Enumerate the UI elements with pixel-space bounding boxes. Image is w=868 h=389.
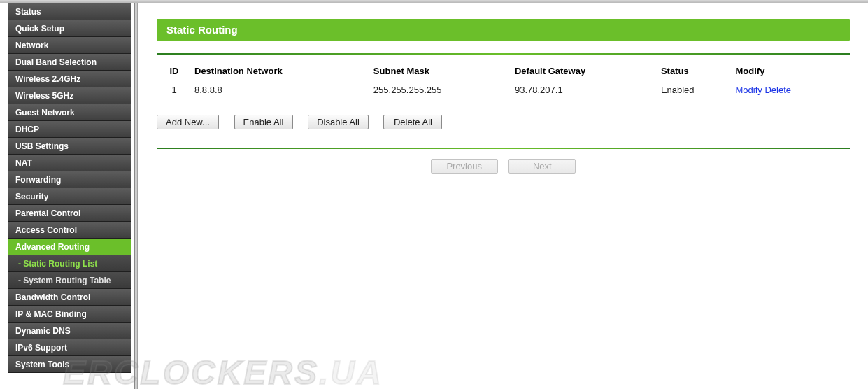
sidebar-item-16[interactable]: IP & MAC Binding — [8, 306, 131, 323]
col-default-gateway: Default Gateway — [512, 62, 658, 83]
sidebar-subitem-14-1[interactable]: - System Routing Table — [8, 272, 131, 289]
col-id: ID — [157, 62, 192, 83]
sidebar-item-12[interactable]: Parental Control — [8, 205, 131, 222]
sidebar-item-17[interactable]: Dynamic DNS — [8, 323, 131, 339]
content-pane: Static Routing ID Destination Network Su… — [138, 3, 868, 389]
cell-id: 1 — [157, 83, 192, 99]
sidebar-item-8[interactable]: USB Settings — [8, 138, 131, 155]
sidebar-item-19[interactable]: System Tools — [8, 356, 131, 373]
cell-destination: 8.8.8.8 — [192, 83, 371, 99]
sidebar-item-0[interactable]: Status — [8, 3, 131, 20]
pager: Previous Next — [157, 159, 850, 174]
sidebar-item-13[interactable]: Access Control — [8, 222, 131, 239]
col-modify: Modify — [733, 62, 851, 83]
table-row: 1 8.8.8.8 255.255.255.255 93.78.207.1 En… — [157, 83, 850, 99]
next-button[interactable]: Next — [508, 159, 576, 174]
cell-default-gateway: 93.78.207.1 — [512, 83, 658, 99]
sidebar-item-18[interactable]: IPv6 Support — [8, 339, 131, 356]
section-divider — [157, 148, 850, 149]
cell-status: Enabled — [658, 83, 733, 99]
col-destination: Destination Network — [192, 62, 371, 83]
sidebar-item-9[interactable]: NAT — [8, 155, 131, 171]
action-button-row: Add New... Enable All Disable All Delete… — [157, 115, 850, 129]
sidebar-item-11[interactable]: Security — [8, 188, 131, 205]
sidebar-item-2[interactable]: Network — [8, 37, 131, 54]
sidebar-item-5[interactable]: Wireless 5GHz — [8, 87, 131, 104]
col-status: Status — [658, 62, 733, 83]
sidebar-item-4[interactable]: Wireless 2.4GHz — [8, 71, 131, 87]
enable-all-button[interactable]: Enable All — [234, 115, 293, 129]
page-title: Static Routing — [157, 19, 850, 41]
sidebar-item-10[interactable]: Forwarding — [8, 171, 131, 188]
disable-all-button[interactable]: Disable All — [308, 115, 369, 129]
sidebar: StatusQuick SetupNetworkDual Band Select… — [8, 3, 131, 373]
col-subnet-mask: Subnet Mask — [371, 62, 512, 83]
sidebar-item-7[interactable]: DHCP — [8, 121, 131, 138]
add-new-button[interactable]: Add New... — [157, 115, 219, 129]
sidebar-item-6[interactable]: Guest Network — [8, 104, 131, 121]
cell-subnet-mask: 255.255.255.255 — [371, 83, 512, 99]
sidebar-item-14[interactable]: Advanced Routing — [8, 239, 131, 255]
sidebar-subitem-14-0[interactable]: - Static Routing List — [8, 255, 131, 272]
delete-all-button[interactable]: Delete All — [383, 115, 442, 129]
sidebar-item-15[interactable]: Bandwidth Control — [8, 289, 131, 306]
routing-table: ID Destination Network Subnet Mask Defau… — [157, 62, 850, 99]
section-divider — [157, 53, 850, 55]
sidebar-item-1[interactable]: Quick Setup — [8, 20, 131, 37]
previous-button[interactable]: Previous — [431, 159, 498, 174]
modify-link[interactable]: Modify — [736, 85, 762, 95]
delete-link[interactable]: Delete — [764, 85, 791, 95]
sidebar-item-3[interactable]: Dual Band Selection — [8, 54, 131, 71]
